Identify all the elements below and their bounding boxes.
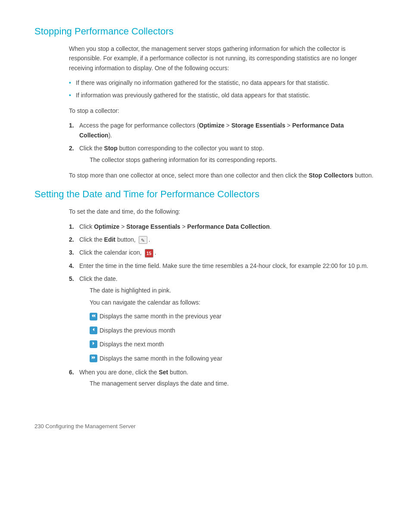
page-container: Stopping Performance Collectors When you… xyxy=(0,0,411,455)
calendar-icon: 15 xyxy=(145,249,153,258)
nav-item-next-year: Displays the same month in the following… xyxy=(90,354,377,363)
s2-step5-text: Click the date. xyxy=(79,275,118,282)
prev-year-svg xyxy=(91,313,96,318)
step6-sub: The management server displays the date … xyxy=(79,379,377,388)
s2-step1-bold3: Performance Data Collection xyxy=(187,223,270,230)
edit-icon: ✎ xyxy=(139,236,147,244)
section1-stop-more: To stop more than one collector at once,… xyxy=(69,171,377,180)
s2-step6-text: When you are done, click the Set button. xyxy=(79,369,188,376)
nav-prev-icon xyxy=(90,327,97,334)
svg-marker-0 xyxy=(92,314,93,317)
section2-step6: When you are done, click the Set button.… xyxy=(69,367,377,389)
section2-step3: Click the calendar icon, 15. xyxy=(69,248,377,257)
nav-item-prev: Displays the previous month xyxy=(90,326,377,335)
section1-step1: Access the page for performance collecto… xyxy=(69,121,377,140)
bullet-item-2: If information was previously gathered f… xyxy=(69,90,377,100)
section2-intro: To set the date and time, do the followi… xyxy=(69,207,377,216)
svg-marker-3 xyxy=(93,342,94,345)
s2-step2-bold: Edit xyxy=(104,236,115,243)
s2-step1-text: Click Optimize > Storage Essentials > Pe… xyxy=(79,223,271,230)
svg-marker-4 xyxy=(92,356,93,359)
nav-next-year-label: Displays the same month in the following… xyxy=(100,354,222,363)
section1-bullets: If there was originally no information g… xyxy=(69,78,377,100)
section-stopping: Stopping Performance Collectors When you… xyxy=(34,26,377,180)
step5-sub1: The date is highlighted in pink. xyxy=(79,286,377,295)
nav-item-prev-year: Displays the same month in the previous … xyxy=(90,311,377,321)
nav-next-label: Displays the next month xyxy=(100,339,164,349)
section1-intro: When you stop a collector, the managemen… xyxy=(69,44,377,73)
step1-bold1: Optimize xyxy=(199,122,224,129)
section2-step5: Click the date. The date is highlighted … xyxy=(69,274,377,363)
section2-title: Setting the Date and Time for Performanc… xyxy=(34,189,377,200)
section2-steps: Click Optimize > Storage Essentials > Pe… xyxy=(69,222,377,389)
step1-bold2: Storage Essentials xyxy=(231,122,285,129)
section1-step2: Click the Stop button corresponding to t… xyxy=(69,143,377,165)
nav-prev-year-label: Displays the same month in the previous … xyxy=(100,311,221,321)
step2-text: Click the Stop button corresponding to t… xyxy=(79,145,264,152)
step2-bold-stop: Stop xyxy=(104,145,118,152)
svg-marker-1 xyxy=(93,314,95,317)
page-footer: 230 Configuring the Management Server xyxy=(34,414,377,429)
step2-sub: The collector stops gathering informatio… xyxy=(79,155,377,165)
stop-more-text-before: To stop more than one collector at once,… xyxy=(69,172,308,179)
s2-step4-text: Enter the time in the time field. Make s… xyxy=(79,262,368,269)
section1-to-stop: To stop a collector: xyxy=(69,106,377,115)
s2-step1-bold1: Optimize xyxy=(94,223,119,230)
s2-step6-bold: Set xyxy=(159,369,168,376)
s2-step3-text: Click the calendar icon, 15. xyxy=(79,249,156,256)
footer-page-num: 230 xyxy=(34,423,44,429)
step1-text-before: Access the page for performance collecto… xyxy=(79,122,344,138)
bullet-item-1: If there was originally no information g… xyxy=(69,78,377,87)
nav-prev-year-icon xyxy=(90,313,97,320)
nav-next-year-icon xyxy=(90,355,97,362)
section1-body: When you stop a collector, the managemen… xyxy=(69,44,377,180)
section1-steps: Access the page for performance collecto… xyxy=(69,121,377,165)
nav-prev-label: Displays the previous month xyxy=(100,326,175,335)
next-year-svg xyxy=(91,355,96,360)
section2-step1: Click Optimize > Storage Essentials > Pe… xyxy=(69,222,377,231)
next-svg xyxy=(91,341,96,346)
section2-step2: Click the Edit button, ✎. xyxy=(69,235,377,244)
svg-marker-5 xyxy=(93,356,95,359)
section2-body: To set the date and time, do the followi… xyxy=(69,207,377,388)
prev-svg xyxy=(91,327,96,332)
section-datetime: Setting the Date and Time for Performanc… xyxy=(34,189,377,388)
svg-marker-2 xyxy=(93,328,94,331)
s2-step2-text: Click the Edit button, ✎. xyxy=(79,236,150,243)
s2-step1-bold2: Storage Essentials xyxy=(126,223,180,230)
section1-title: Stopping Performance Collectors xyxy=(34,26,377,37)
nav-item-next: Displays the next month xyxy=(90,339,377,349)
stop-collectors-bold: Stop Collectors xyxy=(308,172,353,179)
footer-text: Configuring the Management Server xyxy=(44,423,136,429)
stop-more-text-after: button. xyxy=(353,172,374,179)
section2-step4: Enter the time in the time field. Make s… xyxy=(69,261,377,271)
nav-next-icon xyxy=(90,340,97,348)
step5-sub2: You can navigate the calendar as follows… xyxy=(79,298,377,307)
